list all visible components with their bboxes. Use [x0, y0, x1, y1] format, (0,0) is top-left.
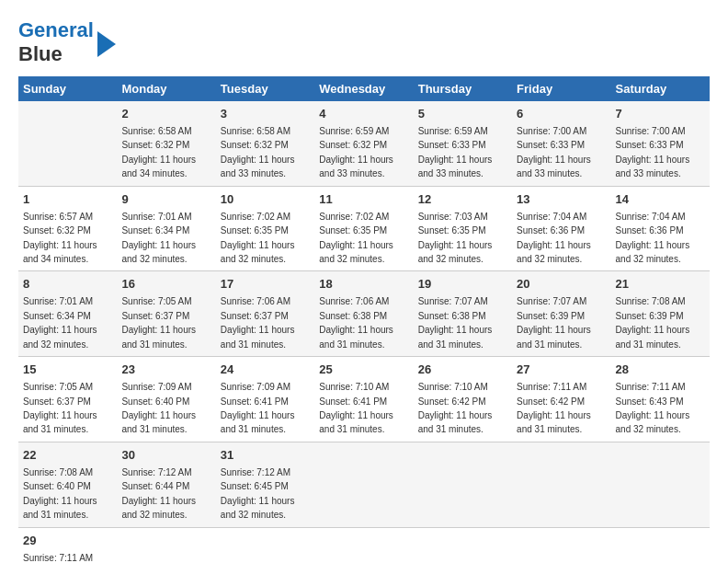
calendar-cell — [216, 527, 314, 563]
day-info: Sunrise: 7:09 AM Sunset: 6:40 PM Dayligh… — [121, 382, 196, 434]
day-info: Sunrise: 7:02 AM Sunset: 6:35 PM Dayligh… — [319, 212, 393, 264]
day-number: 4 — [319, 106, 408, 122]
day-info: Sunrise: 7:08 AM Sunset: 6:39 PM Dayligh… — [616, 296, 690, 349]
day-number: 31 — [221, 447, 310, 464]
calendar-cell: 10Sunrise: 7:02 AM Sunset: 6:35 PM Dayli… — [216, 186, 314, 271]
header-row: SundayMondayTuesdayWednesdayThursdayFrid… — [18, 76, 710, 101]
calendar-cell — [611, 527, 710, 563]
calendar-cell: 8Sunrise: 7:01 AM Sunset: 6:34 PM Daylig… — [18, 271, 117, 357]
calendar-cell: 19Sunrise: 7:07 AM Sunset: 6:38 PM Dayli… — [414, 271, 512, 357]
day-number: 1 — [23, 191, 112, 208]
day-number: 10 — [221, 191, 310, 208]
day-number: 9 — [121, 191, 210, 208]
calendar-cell — [512, 442, 610, 527]
calendar-cell: 5Sunrise: 6:59 AM Sunset: 6:33 PM Daylig… — [414, 101, 512, 186]
header-day-saturday: Saturday — [611, 76, 710, 101]
day-number: 23 — [121, 362, 210, 378]
day-number: 13 — [517, 191, 606, 208]
day-info: Sunrise: 7:05 AM Sunset: 6:37 PM Dayligh… — [121, 296, 196, 349]
day-number: 22 — [23, 447, 112, 464]
day-number: 3 — [221, 106, 310, 122]
calendar-cell — [611, 442, 710, 527]
header-day-wednesday: Wednesday — [314, 76, 413, 101]
day-info: Sunrise: 7:08 AM Sunset: 6:40 PM Dayligh… — [23, 467, 97, 520]
day-info: Sunrise: 7:02 AM Sunset: 6:35 PM Dayligh… — [221, 212, 295, 264]
day-number: 26 — [418, 362, 507, 378]
calendar-cell: 11Sunrise: 7:02 AM Sunset: 6:35 PM Dayli… — [314, 186, 413, 271]
calendar-cell: 6Sunrise: 7:00 AM Sunset: 6:33 PM Daylig… — [512, 101, 610, 186]
calendar-week-row: 8Sunrise: 7:01 AM Sunset: 6:34 PM Daylig… — [18, 271, 710, 357]
day-number: 15 — [23, 362, 112, 378]
calendar-cell: 31Sunrise: 7:12 AM Sunset: 6:45 PM Dayli… — [216, 442, 314, 527]
day-info: Sunrise: 6:57 AM Sunset: 6:32 PM Dayligh… — [23, 212, 97, 264]
calendar-week-row: 2Sunrise: 6:58 AM Sunset: 6:32 PM Daylig… — [18, 101, 710, 186]
day-number: 20 — [517, 276, 606, 293]
calendar-week-row: 29Sunrise: 7:11 AM Sunset: 6:44 PM Dayli… — [18, 527, 710, 563]
day-info: Sunrise: 7:00 AM Sunset: 6:33 PM Dayligh… — [616, 126, 690, 178]
calendar-cell: 27Sunrise: 7:11 AM Sunset: 6:42 PM Dayli… — [512, 357, 610, 442]
calendar-cell: 25Sunrise: 7:10 AM Sunset: 6:41 PM Dayli… — [314, 357, 413, 442]
calendar-cell: 28Sunrise: 7:11 AM Sunset: 6:43 PM Dayli… — [611, 357, 710, 442]
day-info: Sunrise: 6:59 AM Sunset: 6:32 PM Dayligh… — [319, 126, 393, 178]
day-info: Sunrise: 7:06 AM Sunset: 6:37 PM Dayligh… — [221, 296, 295, 349]
day-info: Sunrise: 6:58 AM Sunset: 6:32 PM Dayligh… — [221, 126, 295, 178]
day-info: Sunrise: 7:10 AM Sunset: 6:41 PM Dayligh… — [319, 382, 393, 434]
day-number: 14 — [616, 191, 705, 208]
calendar-cell: 14Sunrise: 7:04 AM Sunset: 6:36 PM Dayli… — [611, 186, 710, 271]
day-number: 16 — [121, 276, 210, 293]
day-info: Sunrise: 6:59 AM Sunset: 6:33 PM Dayligh… — [418, 126, 493, 178]
day-info: Sunrise: 7:05 AM Sunset: 6:37 PM Dayligh… — [23, 382, 97, 434]
day-number: 17 — [221, 276, 310, 293]
calendar-cell — [314, 527, 413, 563]
day-info: Sunrise: 6:58 AM Sunset: 6:32 PM Dayligh… — [121, 126, 196, 178]
calendar-cell — [117, 527, 215, 563]
day-info: Sunrise: 7:03 AM Sunset: 6:35 PM Dayligh… — [418, 212, 493, 264]
day-info: Sunrise: 7:00 AM Sunset: 6:33 PM Dayligh… — [517, 126, 591, 178]
day-number: 18 — [319, 276, 408, 293]
day-number: 28 — [616, 362, 705, 378]
calendar-cell: 4Sunrise: 6:59 AM Sunset: 6:32 PM Daylig… — [314, 101, 413, 186]
calendar-cell — [314, 442, 413, 527]
logo-arrow-icon — [97, 31, 116, 57]
day-number: 5 — [418, 106, 507, 122]
calendar-cell: 30Sunrise: 7:12 AM Sunset: 6:44 PM Dayli… — [117, 442, 215, 527]
day-info: Sunrise: 7:04 AM Sunset: 6:36 PM Dayligh… — [517, 212, 591, 264]
day-number: 7 — [616, 106, 705, 122]
calendar-header: SundayMondayTuesdayWednesdayThursdayFrid… — [18, 76, 710, 101]
logo: GeneralBlue — [18, 18, 116, 67]
day-info: Sunrise: 7:11 AM Sunset: 6:43 PM Dayligh… — [616, 382, 690, 434]
day-number: 29 — [23, 533, 112, 549]
day-info: Sunrise: 7:04 AM Sunset: 6:36 PM Dayligh… — [616, 212, 690, 264]
calendar-cell: 18Sunrise: 7:06 AM Sunset: 6:38 PM Dayli… — [314, 271, 413, 357]
day-info: Sunrise: 7:12 AM Sunset: 6:44 PM Dayligh… — [121, 467, 196, 520]
day-number: 12 — [418, 191, 507, 208]
calendar-cell: 20Sunrise: 7:07 AM Sunset: 6:39 PM Dayli… — [512, 271, 610, 357]
calendar-cell — [512, 527, 610, 563]
header-day-monday: Monday — [117, 76, 215, 101]
calendar-week-row: 15Sunrise: 7:05 AM Sunset: 6:37 PM Dayli… — [18, 357, 710, 442]
calendar-cell: 24Sunrise: 7:09 AM Sunset: 6:41 PM Dayli… — [216, 357, 314, 442]
header-day-friday: Friday — [512, 76, 610, 101]
calendar-cell: 13Sunrise: 7:04 AM Sunset: 6:36 PM Dayli… — [512, 186, 610, 271]
calendar-cell: 26Sunrise: 7:10 AM Sunset: 6:42 PM Dayli… — [414, 357, 512, 442]
calendar-cell: 12Sunrise: 7:03 AM Sunset: 6:35 PM Dayli… — [414, 186, 512, 271]
day-info: Sunrise: 7:01 AM Sunset: 6:34 PM Dayligh… — [23, 296, 97, 349]
day-number: 27 — [517, 362, 606, 378]
day-number: 6 — [517, 106, 606, 122]
calendar-week-row: 22Sunrise: 7:08 AM Sunset: 6:40 PM Dayli… — [18, 442, 710, 527]
calendar-cell: 2Sunrise: 6:58 AM Sunset: 6:32 PM Daylig… — [117, 101, 215, 186]
header-day-sunday: Sunday — [18, 76, 117, 101]
day-info: Sunrise: 7:11 AM Sunset: 6:44 PM Dayligh… — [23, 553, 97, 563]
calendar-cell — [18, 101, 117, 186]
day-info: Sunrise: 7:01 AM Sunset: 6:34 PM Dayligh… — [121, 212, 196, 264]
day-info: Sunrise: 7:11 AM Sunset: 6:42 PM Dayligh… — [517, 382, 591, 434]
day-number: 8 — [23, 276, 112, 293]
day-number: 21 — [616, 276, 705, 293]
day-number: 11 — [319, 191, 408, 208]
day-number: 19 — [418, 276, 507, 293]
calendar-cell: 21Sunrise: 7:08 AM Sunset: 6:39 PM Dayli… — [611, 271, 710, 357]
calendar-cell: 1Sunrise: 6:57 AM Sunset: 6:32 PM Daylig… — [18, 186, 117, 271]
calendar-cell: 16Sunrise: 7:05 AM Sunset: 6:37 PM Dayli… — [117, 271, 215, 357]
calendar-cell: 22Sunrise: 7:08 AM Sunset: 6:40 PM Dayli… — [18, 442, 117, 527]
calendar-week-row: 1Sunrise: 6:57 AM Sunset: 6:32 PM Daylig… — [18, 186, 710, 271]
